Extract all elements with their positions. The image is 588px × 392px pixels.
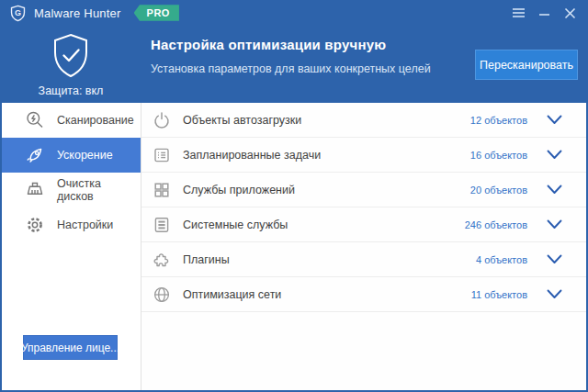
sidebar-menu: СканированиеУскорениеОчистка дисковНастр…: [2, 103, 141, 242]
rescan-button[interactable]: Пересканировать: [475, 50, 578, 80]
minimize-button[interactable]: [533, 3, 555, 23]
page-title: Настройка оптимизации вручную: [151, 37, 469, 52]
option-row-tasks[interactable]: Запланированные задачи16 объектов: [141, 138, 586, 173]
option-row-apps[interactable]: Службы приложений20 объектов: [141, 173, 586, 207]
close-button[interactable]: [559, 3, 581, 23]
menu-icon[interactable]: [507, 3, 529, 23]
option-label: Запланированные задачи: [183, 149, 470, 162]
option-row-power[interactable]: Объекты автозагрузки12 объектов: [141, 103, 586, 138]
option-label: Объекты автозагрузки: [183, 114, 470, 127]
chevron-down-icon[interactable]: [547, 150, 562, 160]
chevron-down-icon[interactable]: [547, 254, 562, 264]
lower-area: СканированиеУскорениеОчистка дисковНастр…: [2, 103, 586, 390]
option-count: 20 объектов: [470, 185, 527, 196]
window-controls: [507, 3, 581, 23]
option-label: Системные службы: [183, 218, 465, 231]
page-subtitle: Установка параметров для ваших конкретны…: [151, 62, 469, 75]
option-count: 16 объектов: [470, 150, 527, 161]
apps-icon: [153, 181, 171, 199]
option-row-network[interactable]: Оптимизация сети11 объектов: [141, 277, 586, 312]
sidebar-item-disk-cleanup[interactable]: Очистка дисков: [2, 173, 141, 207]
system-icon: [153, 216, 171, 234]
option-row-plugins[interactable]: Плагины4 объектов: [141, 242, 586, 277]
boost-icon: [25, 145, 45, 165]
sidebar-item-settings[interactable]: Настройки: [2, 207, 141, 242]
scan-icon: [25, 110, 45, 130]
disk-cleanup-icon: [25, 180, 45, 200]
title-bar: G Malware Hunter PRO: [0, 0, 588, 26]
app-branding: G Malware Hunter PRO: [9, 5, 179, 22]
license-management-button[interactable]: Управление лице...: [23, 335, 118, 360]
header-band: Защита: вкл Настройка оптимизации вручну…: [0, 26, 588, 103]
page-header: Настройка оптимизации вручную Установка …: [141, 26, 588, 103]
app-logo-shield-icon: G: [9, 5, 27, 22]
sidebar-item-label: Сканирование: [57, 114, 134, 127]
option-count: 246 объектов: [465, 219, 527, 230]
protection-status: Защита: вкл: [39, 84, 104, 97]
sidebar-item-boost[interactable]: Ускорение: [2, 138, 141, 173]
pro-badge: PRO: [134, 5, 179, 21]
sidebar-item-label: Очистка дисков: [57, 177, 141, 203]
option-label: Оптимизация сети: [183, 288, 471, 301]
tasks-icon: [153, 146, 171, 164]
svg-text:G: G: [15, 8, 21, 17]
app-window: G Malware Hunter PRO: [0, 0, 588, 392]
optimization-list: Объекты автозагрузки12 объектовЗапланиро…: [141, 103, 586, 390]
protection-panel: Защита: вкл: [0, 26, 141, 103]
settings-icon: [25, 215, 45, 235]
plugins-icon: [153, 251, 171, 269]
network-icon: [153, 286, 171, 304]
sidebar-item-label: Ускорение: [57, 149, 113, 162]
power-icon: [153, 111, 171, 129]
option-count: 11 объектов: [471, 289, 527, 300]
chevron-down-icon[interactable]: [547, 289, 562, 299]
option-count: 4 объектов: [476, 254, 527, 265]
option-label: Службы приложений: [183, 184, 470, 196]
option-count: 12 объектов: [470, 115, 527, 126]
protection-shield-icon: [50, 33, 92, 79]
option-row-system[interactable]: Системные службы246 объектов: [141, 207, 586, 242]
chevron-down-icon[interactable]: [547, 219, 562, 230]
sidebar: СканированиеУскорениеОчистка дисковНастр…: [2, 103, 141, 390]
app-title: Malware Hunter: [34, 6, 121, 20]
sidebar-item-label: Настройки: [57, 218, 113, 231]
sidebar-item-scan[interactable]: Сканирование: [2, 103, 141, 138]
chevron-down-icon[interactable]: [547, 115, 562, 125]
option-label: Плагины: [183, 253, 476, 266]
chevron-down-icon[interactable]: [547, 185, 562, 195]
